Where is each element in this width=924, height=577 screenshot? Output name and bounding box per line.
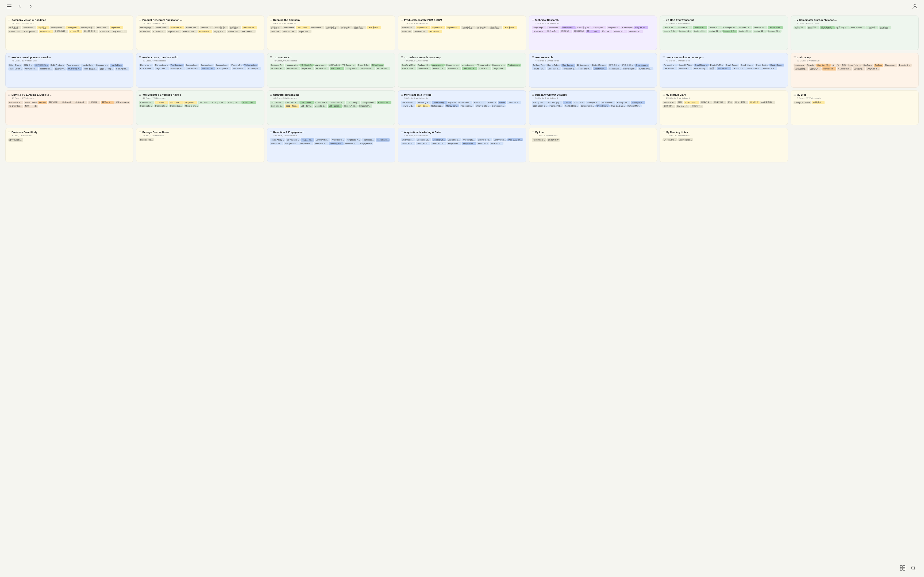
board-chip: MetaApp P…	[39, 30, 53, 33]
board-chip: 位发员…	[23, 64, 34, 67]
board-card-stanford-blitzscaling[interactable]: ☷Stanford: Blitzscaling40 Cards, 5 White…	[267, 90, 395, 125]
board-chip: L03 - Comp…	[346, 101, 360, 104]
board-card-product-research-app[interactable]: ☷Product Research: Application …73 Cards…	[136, 16, 264, 50]
board-chip: Pairing mar…	[616, 101, 630, 104]
board-card-yc-w22[interactable]: ☷YC: W22 Batch42 Cards, 0 WhiteboardsBoo…	[267, 53, 395, 88]
board-meta: 10 Cards, 0 Whiteboards	[12, 97, 131, 99]
board-card-user-research[interactable]: ☷User Research43 Cards, 6 WhiteboardsTo …	[529, 53, 657, 88]
board-chip: Jason Sting…	[432, 101, 447, 104]
board-chip: Haptabase…	[299, 142, 313, 145]
board-title: Company Growth Strategy	[535, 93, 567, 97]
board-chip: My Goal	[447, 101, 457, 104]
board-grid-icon: ☷	[793, 93, 796, 96]
board-chip: Great Subt…	[755, 64, 769, 66]
svg-rect-0	[7, 5, 11, 5]
board-card-my-startup-diary[interactable]: ☷My Startup Diary215 Cards, 1 Whiteboard…	[659, 90, 788, 125]
board-title: YC: Sales & Growth Bootcamp	[404, 56, 441, 59]
board-card-reforge-course[interactable]: ☷Reforge Course Notes1 Card, 3 Whiteboar…	[136, 128, 264, 163]
board-card-my-reading-notes[interactable]: ☷My Reading Notes2 Cards, 46 Whiteboards…	[659, 128, 788, 163]
board-chip: Email: Reco…	[769, 64, 784, 66]
board-chip: Revenue	[487, 101, 497, 104]
board-card-company-vision[interactable]: ☷Company Vision & Roadmap61 Cards, 1 Whi…	[5, 16, 133, 50]
board-card-yc-hss-eng[interactable]: ☷YC HSS Eng Transcript17 Cards, 3 Whiteb…	[659, 16, 788, 50]
board-chip: Lecture 19 …	[738, 26, 752, 29]
board-chip: Haptabase…	[300, 67, 314, 70]
board-card-product-dev[interactable]: ☷Product Development & Iteration76 Cards…	[5, 53, 133, 88]
board-card-business-case[interactable]: ☷Business Case Study1 Card, 1 Whiteboard…	[5, 128, 133, 163]
board-card-yc-sales[interactable]: ☷YC: Sales & Growth Bootcamp42 Cards, 0 …	[398, 53, 526, 88]
board-chip: Lecture 13 …	[738, 30, 752, 32]
board-title: User Communication & Support	[666, 56, 704, 59]
board-chip: How to bui…	[473, 101, 486, 104]
board-chip: My Vision T…	[401, 26, 415, 29]
board-chip: Haptabase…	[110, 26, 124, 29]
board-grid-icon: ☷	[793, 56, 796, 59]
board-chip: Consumer S…	[580, 105, 595, 107]
board-chip: Lecture 8: U…	[677, 26, 692, 29]
board-chip: Haptabase…	[310, 26, 324, 29]
board-chip: What have y…	[638, 67, 653, 70]
board-card-acquisition[interactable]: ☷Acquisition: Marketing & Sales45 Cards,…	[398, 128, 526, 163]
board-chip: 史段热标…	[812, 101, 825, 104]
board-chip: Learn about…	[662, 67, 677, 70]
sidebar-toggle[interactable]	[5, 3, 13, 10]
board-chip: Bookfair and…	[182, 30, 197, 33]
board-meta: 1 Card, 1 Whiteboard	[12, 134, 131, 137]
grid-view-button[interactable]	[900, 565, 905, 572]
board-chip: Bookface La…	[746, 67, 761, 70]
board-chip: Welcome to…	[243, 64, 258, 66]
board-chip: L06 - Jennil…	[328, 105, 342, 108]
svg-point-3	[914, 5, 916, 7]
board-card-brain-dump[interactable]: ☷Brain Dump79 Cards, 1 WhiteboardLeaders…	[791, 53, 919, 88]
board-card-yc-bookface[interactable]: ☷YC: Bookface & Youtube Advice41 Cards, …	[136, 90, 264, 125]
board-card-product-research-pkm[interactable]: ☷Product Research: PKM & CKM12 Cards, 4 …	[398, 16, 526, 50]
board-grid-icon: ☷	[8, 19, 10, 21]
board-chip: Before impl…	[185, 26, 199, 29]
board-chip: 3rd phase …	[183, 101, 197, 104]
board-chip: Haptabase …	[416, 26, 430, 29]
board-chip: 的地条目…	[270, 26, 283, 29]
board-card-technical-research[interactable]: ☷Technical Research33 Cards, 4 Whiteboar…	[529, 16, 657, 50]
board-chip: Recurring C…	[532, 139, 547, 142]
board-card-product-docs[interactable]: ☷Product Docs, Tutorials, Wiki22 Cards, …	[136, 53, 264, 88]
board-chip: Grimma	[38, 101, 48, 104]
board-chip: All-in-one a…	[198, 30, 212, 33]
board-chip: Best emplo…	[270, 105, 284, 108]
user-avatar[interactable]	[911, 3, 919, 10]
board-chip: Deep Under…	[282, 30, 297, 33]
board-grid-icon: ☷	[793, 19, 796, 21]
board-chip: Retention in…	[313, 142, 329, 145]
forward-button[interactable]	[27, 3, 34, 10]
board-card-yc-combinator[interactable]: ☷Y Combinator Startup Philosop…7 Cards, …	[791, 16, 919, 50]
board-chip: Bookface La…	[416, 139, 431, 141]
board-chip: Email to Gi…	[227, 30, 241, 33]
board-grid-icon: ☷	[401, 56, 403, 59]
board-chip: Starflower	[862, 64, 874, 67]
board-chip: Leadership	[793, 64, 806, 67]
board-card-running-company[interactable]: ☷Running the Company4 Cards, 9 Whiteboar…	[267, 16, 395, 50]
board-chip: Five great q…	[562, 67, 577, 70]
board-card-my-life[interactable]: ☷My Life2 Cards, 9 WhiteboardsRecurring …	[529, 128, 657, 163]
board-meta: 33 Cards, 4 Whiteboards	[535, 22, 654, 24]
board-chip: Replase 96…	[417, 64, 431, 66]
board-card-company-growth[interactable]: ☷Company Growth Strategy70 Cards, 1 Whit…	[529, 90, 657, 125]
board-chip: Great interv…	[635, 64, 649, 67]
board-chip: L01 - Everi…	[270, 101, 284, 104]
board-card-monetization[interactable]: ☷Monetization & Pricing59 Cards, 6 White…	[398, 90, 526, 125]
board-card-movie-tv[interactable]: ☷Movie & TV & Anime & Music & …10 Cards,…	[5, 90, 133, 125]
board-grid-icon: ☷	[270, 93, 272, 96]
board-chip: 怎样提高…	[229, 26, 241, 29]
board-chip: Hapta Analy…	[270, 139, 285, 142]
board-chip: Referral Mar…	[627, 105, 642, 107]
board-card-retention[interactable]: ☷Retention & Engagement49 Cards, 3 White…	[267, 128, 395, 163]
zoom-button[interactable]	[911, 565, 916, 572]
board-chip: My Vision T…	[112, 30, 127, 33]
board-card-my-blog[interactable]: ☷My Blog3 Cards, 28 WhiteboardsCategoryM…	[791, 90, 919, 125]
board-card-user-communication[interactable]: ☷User Communication & Support41 Cards, 2…	[659, 53, 788, 88]
board-meta: 43 Cards, 6 Whiteboards	[535, 60, 654, 62]
board-chip: 超级任务…	[879, 26, 892, 29]
board-chip: On Reflecti…	[532, 30, 546, 33]
board-chip: Lecture 14 …	[678, 30, 693, 32]
board-chip: Metrics for…	[270, 142, 284, 145]
back-button[interactable]	[16, 3, 24, 10]
